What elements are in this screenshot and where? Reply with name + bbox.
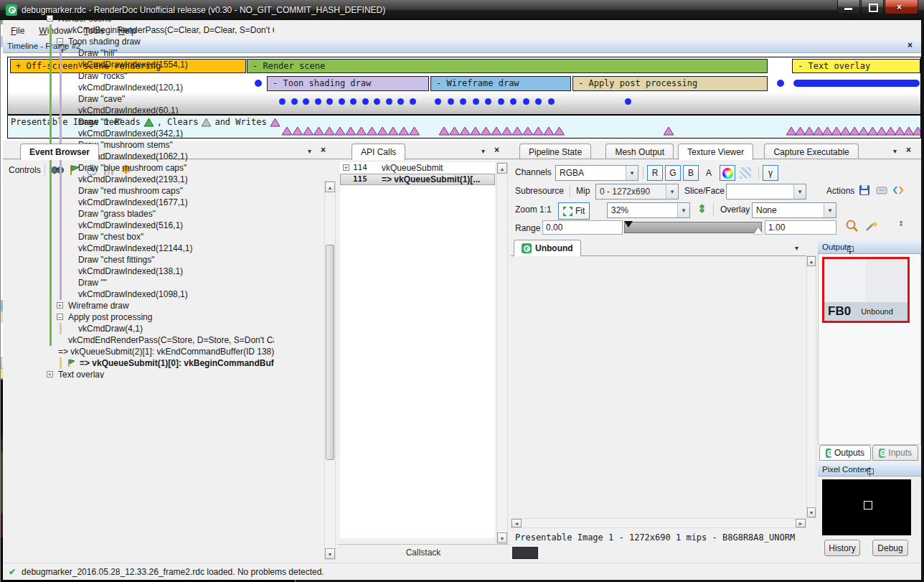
tab-texture-viewer[interactable]: Texture Viewer (678, 144, 753, 160)
event-row[interactable]: 66vkCmdDrawIndexed(2193,1)46.37037 (1, 174, 318, 185)
timeline-draw-dot[interactable] (291, 98, 298, 105)
close-button[interactable]: × (885, 0, 918, 14)
timeline-draw-dot[interactable] (460, 98, 466, 105)
event-row[interactable]: 62vkCmdDrawIndexed(342,1)37.92593 (1, 128, 318, 139)
event-row[interactable]: 73Draw "chest fittings"57.18518 (1, 254, 318, 266)
chevron-down-icon[interactable]: ▾ (481, 147, 485, 155)
event-row[interactable]: 78-104+Wireframe draw1784.5... (1, 300, 318, 311)
collapse-icon[interactable]: − (47, 15, 53, 22)
chevron-down-icon[interactable]: ▾ (795, 244, 798, 252)
timeline-block[interactable]: - Toon shading draw (267, 76, 429, 91)
event-row[interactable]: 57Draw "rocks"37.77778 (1, 70, 318, 82)
zoom-1to1-button[interactable]: 1:1 (539, 205, 552, 215)
autofit-wand-icon[interactable] (864, 219, 878, 235)
timeline-draw-dot[interactable] (625, 98, 631, 105)
timeline-draw-dot[interactable] (326, 98, 333, 105)
event-row[interactable]: 58vkCmdDrawIndexed(120,1)37.77778 (1, 82, 318, 93)
event-row[interactable]: 109vkCmdDraw(4,1)262.37... (1, 323, 318, 334)
event-row[interactable]: 76vkCmdDrawIndexed(1098,1)57.33333 (1, 288, 318, 300)
event-row[interactable]: 116-...+Text overlay511.7037 (1, 369, 318, 379)
tab-outputs[interactable]: Outputs (819, 445, 871, 461)
event-row[interactable]: 67Draw "red mushroom caps"45.77778 (1, 185, 318, 197)
event-row[interactable]: 55Draw "hill"39.25926 (1, 47, 318, 59)
timeline-draw-dot[interactable] (448, 98, 454, 105)
event-row[interactable]: 46-111−Render scene3064.7... (1, 13, 318, 24)
pixel-context-header[interactable]: Pixel Context (818, 462, 921, 477)
event-row[interactable]: 60vkCmdDrawIndexed(60,1)37.62963 (1, 105, 318, 116)
close-icon[interactable]: × (906, 146, 911, 154)
event-row[interactable]: 113=> vkQueueSubmit(2)[1]: vkEndCommandB… (1, 346, 318, 357)
event-row[interactable]: 65Draw "blue mushroom caps"46.37037 (1, 162, 318, 174)
callstack-section[interactable]: Callstack (337, 544, 509, 560)
chevron-down-icon[interactable]: ▾ (308, 147, 311, 155)
pin-icon[interactable] (847, 245, 854, 254)
save-icon[interactable] (858, 184, 871, 199)
timeline-draw-dot[interactable] (279, 98, 286, 105)
overlay-combo[interactable]: None▾ (752, 202, 836, 218)
event-row[interactable]: 59Draw "cave"37.62963 (1, 93, 318, 105)
timeline-draw-dot[interactable] (362, 98, 369, 105)
timeline-block[interactable]: - Wireframe draw (430, 76, 571, 91)
fit-button[interactable]: Fit (558, 202, 590, 220)
event-row[interactable]: 47vkCmdBeginRenderPass(C=Clear, D=Clear,… (1, 24, 318, 36)
timeline-block[interactable]: - Apply post processing (572, 76, 768, 91)
timeline-draw-dot[interactable] (485, 98, 491, 105)
green-channel-button[interactable]: G (665, 165, 681, 181)
event-row[interactable]: 74vkCmdDrawIndexed(138,1)57.18518 (1, 266, 318, 277)
close-icon[interactable]: × (494, 146, 499, 154)
timeline-draw-dot[interactable] (303, 98, 309, 105)
event-row[interactable]: 68vkCmdDrawIndexed(1677,1)45.77778 (1, 197, 318, 208)
red-channel-button[interactable]: R (647, 165, 663, 181)
timeline-draw-dot[interactable] (339, 98, 345, 105)
minimize-button[interactable] (837, 0, 860, 14)
range-white-marker[interactable] (754, 227, 763, 234)
chevron-down-icon[interactable]: ▾ (893, 147, 897, 155)
event-row[interactable]: 115=> vkQueueSubmit(1)[0]: vkBeginComman… (1, 357, 318, 369)
collapse-icon[interactable]: − (57, 38, 63, 44)
timeline-draw-dot[interactable] (350, 98, 357, 105)
pixel-context-view[interactable] (822, 479, 911, 535)
event-row[interactable]: 75Draw ""57.33333 (1, 277, 318, 288)
zoom-range-icon[interactable] (845, 219, 859, 235)
tab-mesh-output[interactable]: Mesh Output (605, 144, 674, 159)
event-row[interactable]: 51-76−Toon shading draw1017.7... (1, 36, 318, 47)
event-row[interactable]: 111vkCmdEndRenderPass(C=Store, D=Store, … (1, 334, 318, 346)
texture-vscrollbar[interactable]: ▲ ▼ (806, 255, 816, 518)
timeline-draw-dot[interactable] (535, 98, 542, 105)
timeline-draw-dot[interactable] (523, 98, 529, 105)
range-max-field[interactable]: 1.00 (765, 220, 836, 235)
api-call-row[interactable]: +114vkQueueSubmit (340, 162, 495, 174)
timeline-draw-dot[interactable] (386, 98, 392, 105)
range-black-marker[interactable] (624, 221, 633, 227)
timeline-block[interactable]: - Text overlay (792, 59, 920, 73)
zoom-combo[interactable]: 32%▾ (607, 202, 690, 218)
timeline-draw-dot[interactable] (510, 98, 517, 105)
tab-event-browser[interactable]: Event Browser (20, 144, 99, 160)
timeline-block[interactable]: - Render scene (247, 59, 768, 73)
pin-icon[interactable] (867, 468, 874, 477)
event-row[interactable]: 71Draw "chest box"57.62963 (1, 231, 318, 243)
close-icon[interactable]: × (321, 146, 326, 154)
collapse-icon[interactable]: − (57, 314, 63, 320)
tab-capture-executable[interactable]: Capture Executable (764, 144, 858, 159)
history-button[interactable]: History (824, 540, 860, 556)
timeline-draw-dot[interactable] (374, 98, 380, 105)
range-min-field[interactable]: 0.00 (542, 220, 623, 235)
gamma-button[interactable]: γ (763, 165, 778, 181)
alpha-channel-button[interactable]: A (701, 165, 717, 181)
tab-api-calls[interactable]: API Calls (352, 144, 405, 160)
event-row[interactable]: 107-...−Apply post processing262.37... (1, 311, 318, 323)
event-row[interactable]: 72vkCmdDrawIndexed(12144,1)57.62963 (1, 243, 318, 254)
blue-channel-button[interactable]: B (683, 165, 699, 181)
debug-button[interactable]: Debug (872, 540, 908, 556)
range-slider[interactable] (624, 222, 762, 233)
expand-icon[interactable]: + (343, 164, 349, 171)
attach-icon[interactable] (875, 184, 888, 199)
mip-combo[interactable]: 0 - 1272x690▾ (595, 184, 679, 200)
timeline-draw-dot[interactable] (397, 98, 404, 105)
expand-icon[interactable]: + (57, 302, 63, 309)
tab-inputs[interactable]: Inputs (872, 445, 918, 461)
event-browser-scrollbar[interactable]: ▲ ▼ (324, 181, 336, 560)
close-icon[interactable]: × (908, 41, 913, 50)
event-row[interactable]: 56vkCmdDrawIndexed(1554,1)39.25926 (1, 59, 318, 70)
